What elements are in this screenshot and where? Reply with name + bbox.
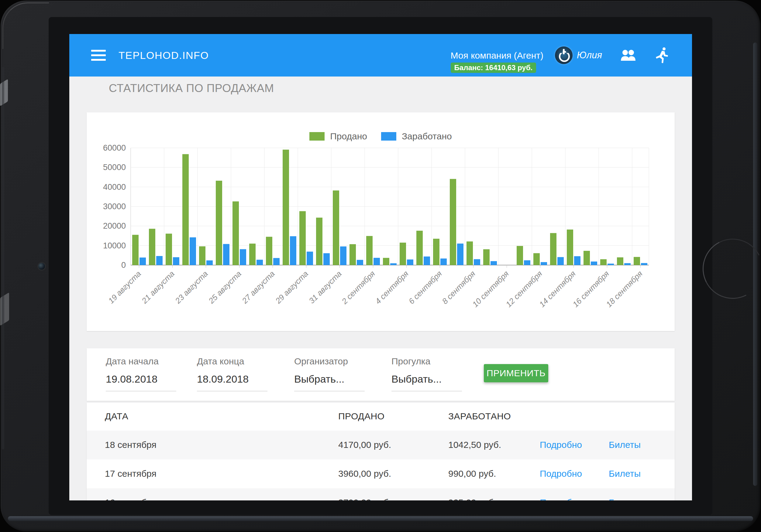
svg-text:27 августа: 27 августа: [240, 269, 276, 305]
detail-link[interactable]: Подробно: [540, 440, 582, 450]
camera-icon: [38, 263, 45, 270]
svg-text:4 сентября: 4 сентября: [374, 269, 410, 306]
end-date-label: Дата конца: [197, 356, 244, 366]
tickets-link[interactable]: Билеты: [609, 468, 641, 479]
end-date-input[interactable]: 18.09.2018: [197, 373, 249, 385]
tablet-left-edge: [2, 67, 4, 450]
app-header: TEPLOHOD.INFO Моя компания (Агент) Балан…: [69, 34, 692, 77]
legend-item-earned: Заработано: [381, 131, 452, 141]
running-person-icon: [656, 47, 669, 63]
start-date-label: Дата начала: [106, 356, 159, 366]
tickets-link[interactable]: Билеты: [609, 498, 641, 501]
organizer-label: Организатор: [294, 356, 348, 366]
tablet-bottom-edge: [8, 516, 753, 521]
power-icon: [563, 49, 565, 54]
svg-text:21 августа: 21 августа: [140, 269, 176, 305]
table-row: 18 сентября 4170,00 руб. 1042,50 руб. По…: [87, 431, 675, 459]
svg-text:8 сентября: 8 сентября: [440, 269, 477, 306]
row-earned: 990,00 руб.: [448, 468, 496, 479]
svg-text:31 августа: 31 августа: [307, 269, 343, 305]
earned-swatch: [381, 132, 396, 140]
col-date: ДАТА: [105, 411, 128, 421]
svg-text:30000: 30000: [103, 202, 126, 211]
organizer-select[interactable]: Выбрать...: [294, 373, 344, 385]
user-name: Юлия: [577, 50, 602, 61]
svg-text:29 августа: 29 августа: [273, 269, 310, 305]
sales-bar-chart: 010000200003000040000500006000019 август…: [87, 112, 675, 331]
app-window: TEPLOHOD.INFO Моя компания (Агент) Балан…: [69, 34, 692, 501]
walk-label: Прогулка: [391, 356, 430, 366]
row-date: 17 сентября: [105, 468, 156, 479]
row-earned: 925,00 руб.: [448, 498, 496, 501]
table-row: 17 сентября 3960,00 руб. 990,00 руб. Под…: [87, 459, 675, 488]
svg-text:50000: 50000: [103, 163, 126, 172]
apply-button[interactable]: ПРИМЕНИТЬ: [484, 364, 548, 382]
walk-select[interactable]: Выбрать...: [391, 373, 441, 385]
avatar[interactable]: [555, 46, 573, 64]
logout-button[interactable]: [654, 47, 670, 63]
table-row: 16 сентября 3700,00 руб. 925,00 руб. Под…: [87, 488, 675, 501]
col-sold: ПРОДАНО: [338, 411, 384, 421]
chart-legend: Продано Заработано: [87, 131, 675, 141]
menu-icon[interactable]: [91, 50, 106, 61]
svg-text:10000: 10000: [103, 241, 126, 250]
detail-link[interactable]: Подробно: [540, 498, 582, 501]
sales-table: ДАТА ПРОДАНО ЗАРАБОТАНО 18 сентября 4170…: [87, 403, 675, 501]
tickets-link[interactable]: Билеты: [609, 440, 641, 450]
company-block: Моя компания (Агент) Баланс: 16410,63 ру…: [451, 50, 543, 73]
bezel-reflection: [0, 293, 9, 326]
balance-badge: Баланс: 16410,63 руб.: [451, 63, 536, 73]
page-title: СТАТИСТИКА ПО ПРОДАЖАМ: [109, 82, 274, 95]
filter-panel: Дата начала 19.08.2018 Дата конца 18.09.…: [87, 348, 675, 401]
company-name: Моя компания (Агент): [451, 50, 543, 61]
row-sold: 3960,00 руб.: [338, 468, 391, 479]
people-icon: [620, 50, 636, 61]
col-earned: ЗАРАБОТАНО: [448, 411, 511, 421]
row-earned: 1042,50 руб.: [448, 440, 501, 450]
detail-link[interactable]: Подробно: [540, 468, 582, 479]
svg-text:60000: 60000: [103, 143, 126, 152]
svg-text:20000: 20000: [103, 221, 126, 231]
start-date-input[interactable]: 19.08.2018: [106, 373, 157, 385]
svg-text:19 августа: 19 августа: [106, 269, 143, 305]
row-sold: 3700,00 руб.: [338, 498, 391, 501]
row-date: 16 сентября: [105, 498, 156, 501]
row-sold: 4170,00 руб.: [338, 440, 391, 450]
sold-label: Продано: [330, 131, 367, 141]
sold-swatch: [309, 132, 324, 140]
row-date: 18 сентября: [105, 440, 156, 450]
svg-text:0: 0: [121, 260, 126, 270]
svg-text:2 сентября: 2 сентября: [340, 269, 377, 306]
svg-text:23 августа: 23 августа: [173, 269, 210, 305]
sales-chart-card: 010000200003000040000500006000019 август…: [87, 112, 675, 331]
svg-text:40000: 40000: [103, 183, 126, 191]
svg-text:6 сентября: 6 сентября: [407, 269, 444, 306]
legend-item-sold: Продано: [309, 131, 367, 141]
earned-label: Заработано: [402, 131, 452, 141]
users-button[interactable]: [620, 47, 636, 63]
app-title: TEPLOHOD.INFO: [119, 49, 209, 61]
svg-text:25 августа: 25 августа: [207, 269, 243, 305]
table-header: ДАТА ПРОДАНО ЗАРАБОТАНО: [87, 403, 675, 431]
